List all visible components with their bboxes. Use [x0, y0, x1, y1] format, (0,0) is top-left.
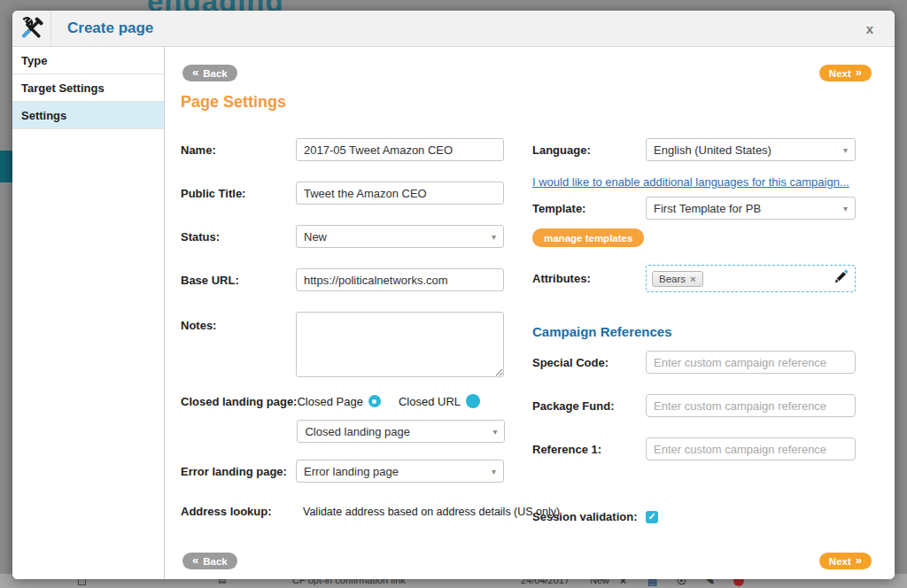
reference-1-row: Reference 1: — [532, 437, 873, 460]
page-title: Page Settings — [181, 93, 286, 112]
template-row: Template: First Template for PB ▾ — [532, 197, 873, 220]
error-landing-select[interactable]: Error landing page ▾ — [296, 460, 504, 483]
back-button-bottom[interactable]: « Back — [182, 553, 237, 569]
next-button-top[interactable]: Next » — [819, 65, 872, 81]
back-label: Back — [203, 556, 228, 567]
back-button-top[interactable]: « Back — [182, 65, 237, 81]
package-fund-label: Package Fund: — [532, 399, 646, 413]
dropdown-arrow-icon: ▾ — [843, 145, 848, 155]
notes-textarea[interactable] — [296, 312, 504, 377]
closed-page-option-label: Closed Page — [297, 395, 362, 408]
closed-page-radio[interactable] — [368, 395, 381, 407]
attributes-editor[interactable]: Bears × — [646, 265, 856, 292]
wizard-steps-sidebar: Type Target Settings Settings — [12, 47, 165, 579]
close-icon[interactable]: x — [866, 22, 873, 35]
closed-landing-select[interactable]: Closed landing page ▾ — [297, 420, 505, 443]
manage-templates-row: manage templates — [532, 228, 873, 247]
sidebar-item-type[interactable]: Type — [12, 47, 164, 74]
base-url-row: Base URL: — [181, 268, 531, 291]
back-label: Back — [203, 68, 228, 79]
status-label: Status: — [181, 230, 296, 244]
dialog-header: Create page x — [12, 11, 895, 47]
campaign-references-heading: Campaign References — [532, 324, 672, 339]
language-row: Language: English (United States) ▾ — [532, 138, 873, 161]
closed-landing-select-value: Closed landing page — [305, 425, 410, 438]
next-label: Next — [829, 556, 851, 567]
name-row: Name: — [181, 138, 531, 161]
dropdown-arrow-icon: ▾ — [492, 427, 497, 437]
address-lookup-row: Address lookup: Validate address based o… — [181, 505, 531, 518]
base-url-input[interactable] — [296, 268, 504, 291]
bottom-nav-bar: « Back Next » — [182, 553, 872, 569]
name-input[interactable] — [296, 138, 504, 161]
attributes-row: Attributes: Bears × — [532, 265, 873, 292]
session-validation-row: Session validation: — [532, 510, 873, 523]
template-select[interactable]: First Template for PB ▾ — [646, 197, 856, 220]
session-validation-checkbox[interactable] — [646, 511, 658, 523]
chevron-left-icon: « — [192, 66, 198, 78]
additional-languages-row: I would like to enable additional langua… — [532, 174, 873, 190]
error-landing-select-value: Error landing page — [304, 465, 399, 478]
dropdown-arrow-icon: ▾ — [492, 232, 496, 242]
address-lookup-checkbox-label: Validate address based on address detail… — [303, 506, 560, 518]
template-select-value: First Template for PB — [654, 202, 761, 215]
closed-landing-controls: Closed Page Closed URL Closed landing pa… — [297, 393, 505, 443]
status-select-value: New — [304, 230, 327, 244]
additional-languages-link[interactable]: I would like to enable additional langua… — [532, 175, 849, 189]
special-code-input[interactable] — [646, 351, 856, 374]
base-url-label: Base URL: — [181, 274, 296, 287]
status-row: Status: New ▾ — [181, 225, 531, 248]
reference-1-label: Reference 1: — [532, 443, 646, 456]
template-label: Template: — [532, 202, 646, 215]
dropdown-arrow-icon: ▾ — [492, 467, 496, 476]
name-label: Name: — [181, 143, 296, 157]
right-form-column: Language: English (United States) ▾ I wo… — [532, 138, 873, 523]
attribute-tag-label: Bears — [659, 274, 686, 284]
background-teal-tab — [0, 151, 12, 182]
public-title-input[interactable] — [296, 182, 504, 205]
closed-url-radio[interactable] — [466, 394, 480, 408]
error-landing-label: Error landing page: — [181, 465, 296, 478]
create-page-dialog: Create page x Type Target Settings Setti… — [12, 11, 895, 579]
next-button-bottom[interactable]: Next » — [819, 553, 872, 569]
public-title-label: Public Title: — [181, 187, 296, 200]
notes-row: Notes: — [181, 312, 531, 377]
settings-panel: « Back Next » Page Settings Name: — [165, 47, 895, 579]
status-select[interactable]: New ▾ — [296, 225, 504, 248]
manage-templates-button[interactable]: manage templates — [532, 228, 644, 247]
reference-1-input[interactable] — [646, 437, 856, 460]
closed-landing-options: Closed Page Closed URL — [297, 393, 505, 409]
address-lookup-label: Address lookup: — [181, 505, 296, 518]
sidebar-item-target-settings[interactable]: Target Settings — [12, 74, 164, 102]
remove-tag-icon[interactable]: × — [690, 274, 696, 284]
chevron-right-icon: » — [856, 554, 862, 566]
public-title-row: Public Title: — [181, 182, 531, 205]
dropdown-arrow-icon: ▾ — [843, 204, 848, 213]
package-fund-row: Package Fund: — [532, 394, 873, 417]
closed-landing-label: Closed landing page: — [181, 393, 297, 408]
chevron-left-icon: « — [192, 554, 198, 566]
top-nav-bar: « Back Next » — [182, 65, 872, 81]
attributes-label: Attributes: — [532, 272, 646, 285]
pencil-icon[interactable] — [833, 268, 849, 289]
campaign-references-heading-row: Campaign References — [532, 324, 873, 340]
attribute-tag: Bears × — [652, 271, 703, 287]
language-select[interactable]: English (United States) ▾ — [646, 138, 856, 161]
left-form-column: Name: Public Title: Status: New ▾ — [181, 138, 531, 518]
next-label: Next — [829, 68, 851, 79]
closed-url-option-label: Closed URL — [399, 395, 461, 408]
chevron-right-icon: » — [856, 66, 862, 78]
language-label: Language: — [532, 143, 646, 157]
dialog-body: Type Target Settings Settings « Back Nex… — [12, 47, 895, 579]
session-validation-label: Session validation: — [532, 510, 646, 523]
special-code-row: Special Code: — [532, 351, 873, 374]
tools-icon — [12, 11, 51, 46]
screen: engaging ▤ CF opt-in confirmation link 2… — [0, 0, 907, 588]
sidebar-item-settings[interactable]: Settings — [12, 102, 164, 129]
notes-label: Notes: — [181, 312, 296, 332]
closed-landing-row: Closed landing page: Closed Page Closed … — [181, 393, 531, 443]
package-fund-input[interactable] — [646, 394, 856, 417]
dialog-title: Create page — [51, 19, 153, 37]
special-code-label: Special Code: — [532, 356, 646, 369]
language-select-value: English (United States) — [654, 143, 771, 157]
